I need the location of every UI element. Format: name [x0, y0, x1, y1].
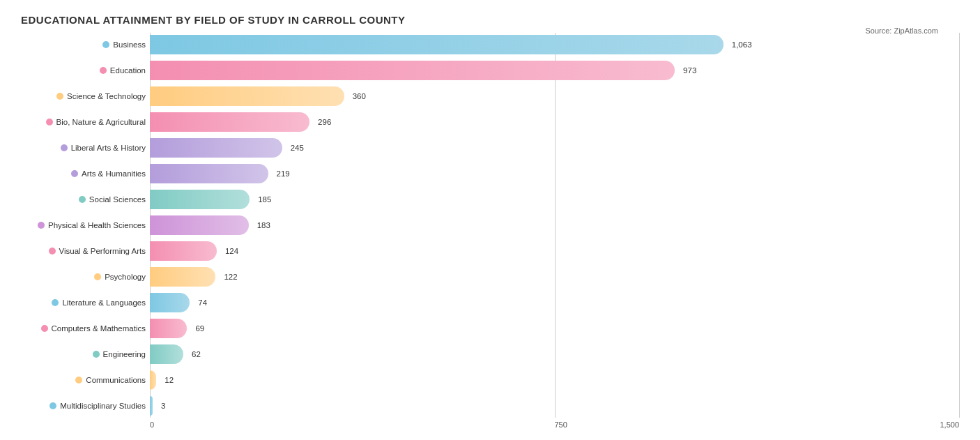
bar-label-text: Physical & Health Sciences — [48, 221, 146, 229]
bar-label: Psychology — [21, 273, 150, 281]
bar-row: Psychology122 — [21, 265, 959, 289]
bar-dot — [41, 325, 48, 332]
bar-label: Multidisciplinary Studies — [21, 402, 150, 410]
bar-label: Engineering — [21, 350, 150, 358]
bar-value-label: 62 — [192, 350, 201, 358]
bar-row: Liberal Arts & History245 — [21, 136, 959, 160]
bar-dot — [46, 119, 53, 126]
bar-value-label: 1,063 — [732, 40, 752, 49]
bar-dot — [79, 196, 86, 203]
bar-value-label: 296 — [318, 118, 331, 126]
bar-value-label: 973 — [683, 66, 696, 75]
bar-label: Social Sciences — [21, 195, 150, 204]
bar-label-text: Visual & Performing Arts — [59, 247, 146, 255]
bar-container: 69 — [150, 317, 959, 340]
bar-container: 973 — [150, 59, 959, 82]
bar-fill — [150, 86, 344, 106]
grid-line — [959, 33, 960, 418]
bar-row: Multidisciplinary Studies3 — [21, 394, 959, 418]
bar-row: Communications12 — [21, 368, 959, 392]
bar-fill — [150, 138, 282, 158]
bar-dot — [49, 402, 56, 409]
bar-label: Education — [21, 66, 150, 75]
bar-fill — [150, 241, 217, 261]
bar-label-text: Psychology — [105, 273, 146, 281]
bar-fill — [150, 112, 309, 132]
bar-label: Liberal Arts & History — [21, 144, 150, 152]
bar-fill — [150, 267, 215, 287]
bar-row: Visual & Performing Arts124 — [21, 239, 959, 263]
bar-fill — [150, 61, 675, 80]
bar-label: Bio, Nature & Agricultural — [21, 118, 150, 126]
bar-row: Arts & Humanities219 — [21, 162, 959, 185]
x-axis: 07501,500 — [21, 420, 959, 429]
bar-container: 296 — [150, 110, 959, 134]
bar-dot — [102, 41, 109, 48]
bar-dot — [61, 144, 68, 151]
bar-label-text: Education — [110, 66, 146, 75]
bar-value-label: 122 — [224, 273, 237, 281]
bar-label-text: Liberal Arts & History — [71, 144, 146, 152]
bar-fill — [150, 396, 153, 416]
bar-row: Education973 — [21, 59, 959, 82]
bar-container: 3 — [150, 394, 959, 418]
bar-row: Engineering62 — [21, 342, 959, 366]
bar-value-label: 3 — [161, 402, 165, 410]
bar-label: Computers & Mathematics — [21, 324, 150, 333]
bar-fill — [150, 190, 250, 209]
bar-row: Physical & Health Sciences183 — [21, 213, 959, 237]
bar-dot — [49, 248, 56, 255]
bar-value-label: 12 — [164, 376, 174, 384]
x-axis-label: 750 — [555, 420, 567, 429]
bar-dot — [38, 222, 45, 229]
bar-label: Science & Technology — [21, 92, 150, 100]
bar-container: 122 — [150, 265, 959, 289]
bar-label-text: Literature & Languages — [62, 298, 146, 307]
bar-label: Literature & Languages — [21, 298, 150, 307]
bar-fill — [150, 164, 268, 183]
bar-container: 124 — [150, 239, 959, 263]
bar-container: 360 — [150, 84, 959, 108]
bar-container: 1,063 — [150, 33, 959, 56]
bar-value-label: 74 — [198, 298, 207, 307]
bar-fill — [150, 293, 190, 312]
bar-label: Visual & Performing Arts — [21, 247, 150, 255]
bar-label: Business — [21, 40, 150, 49]
chart-title: EDUCATIONAL ATTAINMENT BY FIELD OF STUDY… — [21, 14, 959, 26]
bar-label-text: Communications — [86, 376, 146, 384]
bar-label-text: Business — [113, 40, 146, 49]
bar-label-text: Multidisciplinary Studies — [60, 402, 146, 410]
bar-value-label: 219 — [277, 169, 290, 178]
bar-row: Science & Technology360 — [21, 84, 959, 108]
bar-dot — [75, 377, 82, 384]
bar-label: Physical & Health Sciences — [21, 221, 150, 229]
x-axis-label: 1,500 — [940, 420, 959, 429]
bar-row: Bio, Nature & Agricultural296 — [21, 110, 959, 134]
bar-label-text: Engineering — [103, 350, 146, 358]
bar-dot — [52, 299, 59, 306]
bar-container: 219 — [150, 162, 959, 185]
bar-label-text: Bio, Nature & Agricultural — [56, 118, 146, 126]
bar-container: 183 — [150, 213, 959, 237]
bar-container: 245 — [150, 136, 959, 160]
bar-container: 74 — [150, 291, 959, 314]
bar-label-text: Computers & Mathematics — [52, 324, 146, 333]
bars-wrapper: Business1,063Education973Science & Techn… — [21, 33, 959, 418]
bar-dot — [56, 93, 63, 100]
bar-value-label: 124 — [225, 247, 238, 255]
bar-label-text: Social Sciences — [89, 195, 146, 204]
bar-container: 12 — [150, 368, 959, 392]
bar-fill — [150, 215, 249, 235]
bar-dot — [94, 273, 101, 280]
bar-label-text: Arts & Humanities — [82, 169, 146, 178]
x-axis-label: 0 — [150, 420, 154, 429]
bar-value-label: 360 — [353, 92, 366, 100]
bar-fill — [150, 35, 723, 54]
bar-label: Arts & Humanities — [21, 169, 150, 178]
bar-row: Social Sciences185 — [21, 188, 959, 211]
bar-row: Computers & Mathematics69 — [21, 317, 959, 340]
chart-area: Business1,063Education973Science & Techn… — [21, 33, 959, 429]
bar-container: 62 — [150, 342, 959, 366]
bar-fill — [150, 370, 156, 390]
bar-container: 185 — [150, 188, 959, 211]
